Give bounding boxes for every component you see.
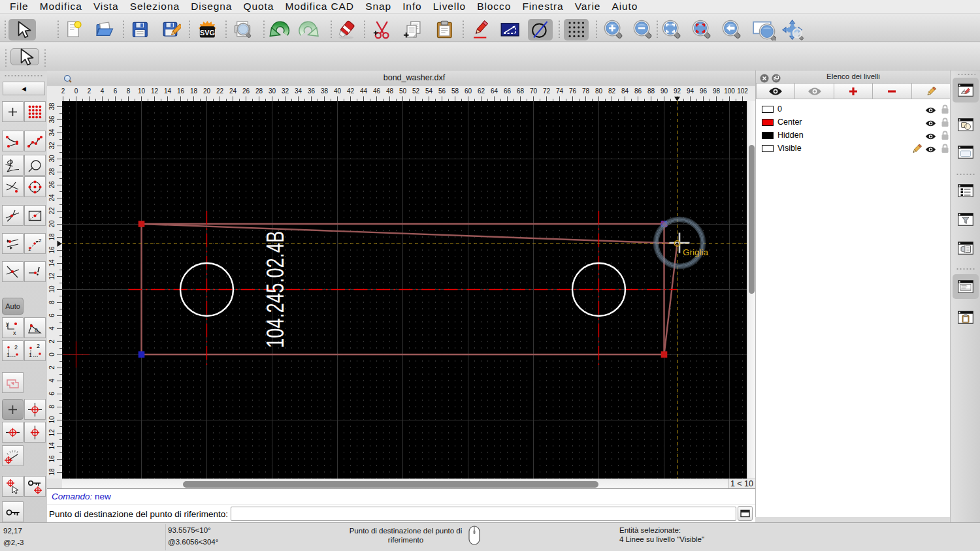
svg-text:y: y <box>6 321 9 327</box>
svg-text:2: 2 <box>39 238 42 244</box>
svg-text:1: 1 <box>29 352 32 358</box>
svg-text:2: 2 <box>37 343 40 349</box>
svg-text:x: x <box>13 330 16 336</box>
svg-text:2: 2 <box>14 344 18 351</box>
svg-text:SVG: SVG <box>200 29 215 37</box>
svg-text:Griglia: Griglia <box>683 247 709 257</box>
svg-text:a: a <box>35 326 38 333</box>
svg-text:1: 1 <box>7 352 10 358</box>
svg-text:104.245.02.4B: 104.245.02.4B <box>262 231 289 348</box>
